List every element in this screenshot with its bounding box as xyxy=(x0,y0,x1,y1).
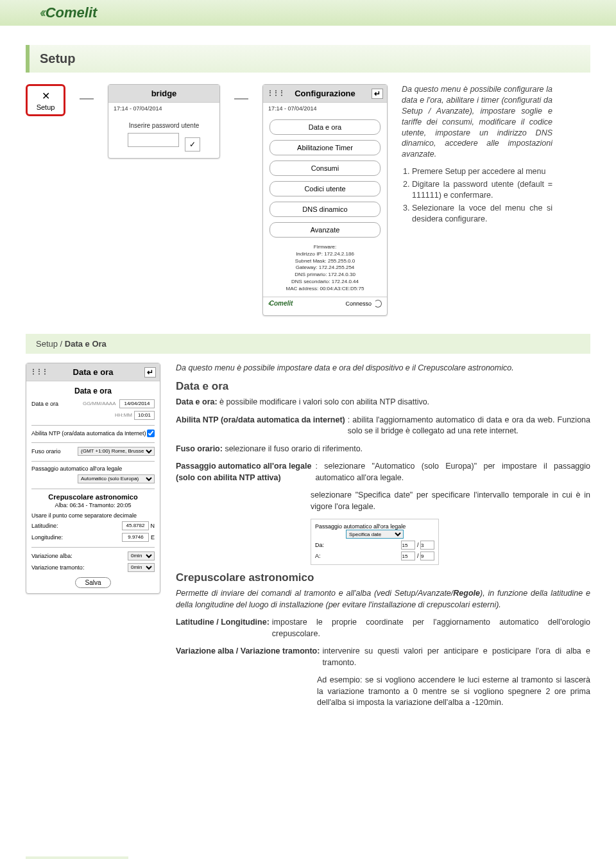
tz-select[interactable]: (GMT +1:00) Rome, Brussels, Cophenag xyxy=(78,447,155,456)
crep-title: Crepuscolare astronomico xyxy=(26,493,160,501)
var-alba-label: Variazione alba: xyxy=(31,553,73,559)
save-button[interactable]: Salva xyxy=(75,577,110,588)
spec-date-panel: Passaggio automatico all'ora legale Spec… xyxy=(311,519,439,565)
da-month[interactable] xyxy=(420,541,434,550)
menu-consumi[interactable]: Consumi xyxy=(270,161,381,176)
bridge-title: bridge xyxy=(108,85,219,103)
mini-select[interactable]: Specifica date xyxy=(346,530,404,539)
config-timestamp: 17:14 - 07/04/2014 xyxy=(263,103,387,114)
decimal-note: Usare il punto come separatore decimale xyxy=(31,512,137,519)
tz-label: Fuso orario xyxy=(31,448,61,455)
crep-subtitle: Alba: 06:34 - Tramonto: 20:05 xyxy=(26,502,160,508)
ntp-checkbox[interactable] xyxy=(147,430,155,437)
var-alba-select[interactable]: 0min xyxy=(128,551,155,560)
top-bar: Comelit xyxy=(0,0,616,26)
page-number: 8 xyxy=(26,856,128,859)
dst-label: Passaggio automatico all'ora legale xyxy=(31,465,122,472)
logo: Comelit xyxy=(40,4,97,21)
mini-title: Passaggio automatico all'ora legale xyxy=(315,523,434,530)
lat-label: Latitudine: xyxy=(31,523,58,529)
a-day[interactable] xyxy=(401,551,415,560)
time-format: HH:MM xyxy=(115,412,132,418)
back-icon-2[interactable]: ↵ xyxy=(144,367,156,377)
setup-intro: Da questo menu è possibile configurare l… xyxy=(402,84,552,160)
bridge-title-text: bridge xyxy=(151,89,177,98)
bridge-screen: bridge 17:14 - 07/04/2014 Inserire passw… xyxy=(108,84,220,159)
date-format: GG/MM/AAAA xyxy=(83,401,116,406)
setup-explanation: Da questo menu è possibile configurare l… xyxy=(402,84,552,227)
breadcrumb-title: Data e Ora xyxy=(65,339,107,349)
menu-dns[interactable]: DNS dinamico xyxy=(270,202,381,217)
da-day[interactable] xyxy=(401,541,415,550)
dataora-explanation: Da questo menu è possibile impostare dat… xyxy=(176,363,590,715)
password-input[interactable] xyxy=(128,133,179,147)
wrench-icon: ✕ xyxy=(42,90,50,102)
menu-timer[interactable]: Abilitazione Timer xyxy=(270,140,381,155)
menu-data-ora[interactable]: Data e ora xyxy=(270,119,381,135)
confirm-button[interactable]: ✓ xyxy=(185,137,200,152)
lat-input[interactable] xyxy=(122,521,149,530)
a-month[interactable] xyxy=(420,551,434,560)
time-input[interactable] xyxy=(134,411,155,420)
subsection-header: Setup / Data e Ora xyxy=(26,334,590,354)
config-screen: ⋮⋮⋮ Configurazione ↵ 17:14 - 07/04/2014 … xyxy=(262,84,388,316)
step-3: Selezionare la voce del menu che si desi… xyxy=(412,203,552,225)
setup-icon-label: Setup xyxy=(37,103,55,111)
date-label: Data e ora xyxy=(31,401,58,407)
config-title: ⋮⋮⋮ Configurazione ↵ xyxy=(263,85,387,103)
dataora-subsection: Data e ora xyxy=(26,386,160,395)
lon-label: Longitudine: xyxy=(31,534,63,541)
reload-icon[interactable] xyxy=(374,300,382,308)
mini-logo: Comelit xyxy=(268,300,293,307)
grid-icon[interactable]: ⋮⋮⋮ xyxy=(267,89,284,96)
menu-avanzate[interactable]: Avanzate xyxy=(270,222,381,238)
connector-line-2 xyxy=(234,98,248,100)
lon-input[interactable] xyxy=(122,533,149,542)
date-input[interactable] xyxy=(119,399,155,408)
var-tram-select[interactable]: 0min xyxy=(128,563,155,572)
bridge-timestamp: 17:14 - 07/04/2014 xyxy=(108,103,219,114)
connector-line xyxy=(80,98,94,100)
heading-crepuscolare: Crepuscolare astronomico xyxy=(176,571,590,584)
setup-icon-card[interactable]: ✕ Setup xyxy=(26,84,65,116)
password-label: Inserire password utente xyxy=(108,122,219,129)
status-text: Connesso xyxy=(345,300,372,307)
grid-icon-2[interactable]: ⋮⋮⋮ xyxy=(30,368,47,375)
variation-example: Ad esempio: se si vogliono accendere le … xyxy=(317,675,590,709)
dataora-screen-title: ⋮⋮⋮ Data e ora ↵ xyxy=(26,363,160,381)
step-1: Premere Setup per accedere al menu xyxy=(412,166,552,177)
heading-dataora: Data e ora xyxy=(176,380,590,393)
dst-select[interactable]: Automatico (solo Europa) xyxy=(78,474,155,483)
dataora-title-text: Data e ora xyxy=(73,367,114,377)
dataora-screen: ⋮⋮⋮ Data e ora ↵ Data e ora Data e ora G… xyxy=(26,363,160,594)
setup-steps: Premere Setup per accedere al menu Digit… xyxy=(402,166,552,224)
step-2: Digitare la password utente (default = 1… xyxy=(412,179,552,201)
ntp-label: Abilita NTP (ora/data automatica da Inte… xyxy=(31,430,147,437)
menu-codici[interactable]: Codici utente xyxy=(270,181,381,196)
var-tram-label: Variazione tramonto: xyxy=(31,564,84,571)
firmware-info: Firmware:Indirizzo IP: 172.24.2.186Subne… xyxy=(263,244,387,293)
back-icon[interactable]: ↵ xyxy=(372,89,383,99)
dataora-intro: Da questo menu è possibile impostare dat… xyxy=(176,363,590,374)
config-title-text: Configurazione xyxy=(295,89,355,98)
breadcrumb-prefix: Setup / xyxy=(36,339,65,349)
spec-date-note: selezionare "Specifica date" per specifi… xyxy=(311,490,590,512)
section-setup-header: Setup xyxy=(26,45,590,73)
